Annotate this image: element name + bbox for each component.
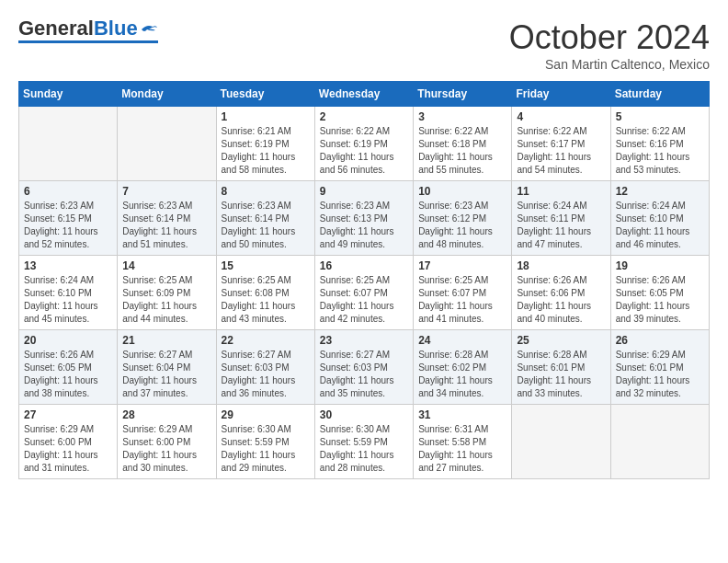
day-number: 4 xyxy=(517,110,605,123)
day-info: Sunrise: 6:23 AM Sunset: 6:13 PM Dayligh… xyxy=(320,200,408,251)
calendar-cell: 16Sunrise: 6:25 AM Sunset: 6:07 PM Dayli… xyxy=(314,256,413,330)
day-number: 15 xyxy=(222,259,310,272)
day-number: 25 xyxy=(517,334,605,347)
calendar-table: SundayMondayTuesdayWednesdayThursdayFrid… xyxy=(18,81,710,479)
calendar-cell xyxy=(610,405,709,479)
day-number: 10 xyxy=(418,185,506,198)
day-number: 18 xyxy=(517,259,605,272)
calendar-week-row: 13Sunrise: 6:24 AM Sunset: 6:10 PM Dayli… xyxy=(19,256,710,330)
day-info: Sunrise: 6:29 AM Sunset: 6:00 PM Dayligh… xyxy=(122,423,210,475)
day-info: Sunrise: 6:27 AM Sunset: 6:04 PM Dayligh… xyxy=(122,349,210,400)
day-info: Sunrise: 6:22 AM Sunset: 6:17 PM Dayligh… xyxy=(517,125,605,177)
calendar-cell: 9Sunrise: 6:23 AM Sunset: 6:13 PM Daylig… xyxy=(314,181,413,256)
day-info: Sunrise: 6:23 AM Sunset: 6:14 PM Dayligh… xyxy=(222,200,310,251)
page-header: GeneralBlue October 2024 San Martin Calt… xyxy=(18,18,710,72)
calendar-cell: 26Sunrise: 6:29 AM Sunset: 6:01 PM Dayli… xyxy=(610,330,709,405)
day-number: 6 xyxy=(24,185,112,198)
day-number: 21 xyxy=(122,334,210,347)
day-number: 30 xyxy=(320,408,408,421)
calendar-week-row: 20Sunrise: 6:26 AM Sunset: 6:05 PM Dayli… xyxy=(19,330,710,405)
calendar-week-row: 1Sunrise: 6:21 AM Sunset: 6:19 PM Daylig… xyxy=(19,107,710,181)
calendar-cell xyxy=(512,405,610,479)
day-info: Sunrise: 6:23 AM Sunset: 6:14 PM Dayligh… xyxy=(122,200,210,251)
logo-text: GeneralBlue xyxy=(18,18,138,39)
day-info: Sunrise: 6:29 AM Sunset: 6:01 PM Dayligh… xyxy=(616,349,704,400)
day-number: 22 xyxy=(222,334,310,347)
title-section: October 2024 San Martin Caltenco, Mexico xyxy=(509,18,710,72)
day-number: 1 xyxy=(222,110,310,123)
calendar-week-row: 6Sunrise: 6:23 AM Sunset: 6:15 PM Daylig… xyxy=(19,181,710,256)
calendar-cell: 11Sunrise: 6:24 AM Sunset: 6:11 PM Dayli… xyxy=(512,181,610,256)
calendar-cell: 29Sunrise: 6:30 AM Sunset: 5:59 PM Dayli… xyxy=(216,405,314,479)
calendar-cell: 23Sunrise: 6:27 AM Sunset: 6:03 PM Dayli… xyxy=(314,330,413,405)
column-header-sunday: Sunday xyxy=(19,82,118,107)
day-number: 7 xyxy=(122,185,210,198)
column-header-tuesday: Tuesday xyxy=(216,82,314,107)
calendar-header-row: SundayMondayTuesdayWednesdayThursdayFrid… xyxy=(19,82,710,107)
day-number: 2 xyxy=(320,110,408,123)
day-number: 3 xyxy=(418,110,506,123)
calendar-cell: 14Sunrise: 6:25 AM Sunset: 6:09 PM Dayli… xyxy=(118,256,216,330)
logo-blue: Blue xyxy=(94,17,138,40)
day-info: Sunrise: 6:25 AM Sunset: 6:07 PM Dayligh… xyxy=(320,274,408,326)
day-info: Sunrise: 6:27 AM Sunset: 6:03 PM Dayligh… xyxy=(222,349,310,400)
calendar-cell: 19Sunrise: 6:26 AM Sunset: 6:05 PM Dayli… xyxy=(610,256,709,330)
day-number: 11 xyxy=(517,185,605,198)
calendar-cell: 31Sunrise: 6:31 AM Sunset: 5:58 PM Dayli… xyxy=(414,405,512,479)
day-info: Sunrise: 6:25 AM Sunset: 6:09 PM Dayligh… xyxy=(122,274,210,326)
day-info: Sunrise: 6:25 AM Sunset: 6:08 PM Dayligh… xyxy=(222,274,310,326)
logo-general: General xyxy=(18,17,94,40)
calendar-cell: 20Sunrise: 6:26 AM Sunset: 6:05 PM Dayli… xyxy=(19,330,118,405)
calendar-cell: 6Sunrise: 6:23 AM Sunset: 6:15 PM Daylig… xyxy=(19,181,118,256)
day-info: Sunrise: 6:31 AM Sunset: 5:58 PM Dayligh… xyxy=(418,423,506,475)
column-header-thursday: Thursday xyxy=(414,82,512,107)
calendar-cell: 7Sunrise: 6:23 AM Sunset: 6:14 PM Daylig… xyxy=(118,181,216,256)
day-number: 24 xyxy=(418,334,506,347)
day-number: 8 xyxy=(222,185,310,198)
day-info: Sunrise: 6:26 AM Sunset: 6:05 PM Dayligh… xyxy=(24,349,112,400)
calendar-cell: 18Sunrise: 6:26 AM Sunset: 6:06 PM Dayli… xyxy=(512,256,610,330)
day-number: 23 xyxy=(320,334,408,347)
day-info: Sunrise: 6:29 AM Sunset: 6:00 PM Dayligh… xyxy=(24,423,112,475)
column-header-monday: Monday xyxy=(118,82,216,107)
day-info: Sunrise: 6:24 AM Sunset: 6:11 PM Dayligh… xyxy=(517,200,605,251)
day-number: 26 xyxy=(616,334,704,347)
day-info: Sunrise: 6:24 AM Sunset: 6:10 PM Dayligh… xyxy=(616,200,704,251)
calendar-cell: 22Sunrise: 6:27 AM Sunset: 6:03 PM Dayli… xyxy=(216,330,314,405)
calendar-cell: 10Sunrise: 6:23 AM Sunset: 6:12 PM Dayli… xyxy=(414,181,512,256)
logo: GeneralBlue xyxy=(18,18,158,43)
logo-underline xyxy=(18,40,158,43)
day-info: Sunrise: 6:23 AM Sunset: 6:12 PM Dayligh… xyxy=(418,200,506,251)
location-title: San Martin Caltenco, Mexico xyxy=(509,57,710,72)
calendar-cell: 21Sunrise: 6:27 AM Sunset: 6:04 PM Dayli… xyxy=(118,330,216,405)
calendar-cell: 15Sunrise: 6:25 AM Sunset: 6:08 PM Dayli… xyxy=(216,256,314,330)
day-info: Sunrise: 6:22 AM Sunset: 6:16 PM Dayligh… xyxy=(616,125,704,177)
day-number: 9 xyxy=(320,185,408,198)
day-info: Sunrise: 6:22 AM Sunset: 6:18 PM Dayligh… xyxy=(418,125,506,177)
day-number: 12 xyxy=(616,185,704,198)
day-info: Sunrise: 6:21 AM Sunset: 6:19 PM Dayligh… xyxy=(222,125,310,177)
day-info: Sunrise: 6:25 AM Sunset: 6:07 PM Dayligh… xyxy=(418,274,506,326)
day-number: 31 xyxy=(418,408,506,421)
calendar-cell: 28Sunrise: 6:29 AM Sunset: 6:00 PM Dayli… xyxy=(118,405,216,479)
day-number: 16 xyxy=(320,259,408,272)
calendar-cell: 27Sunrise: 6:29 AM Sunset: 6:00 PM Dayli… xyxy=(19,405,118,479)
logo-bird-icon xyxy=(140,22,158,35)
day-info: Sunrise: 6:28 AM Sunset: 6:02 PM Dayligh… xyxy=(418,349,506,400)
day-info: Sunrise: 6:28 AM Sunset: 6:01 PM Dayligh… xyxy=(517,349,605,400)
calendar-cell xyxy=(118,107,216,181)
day-number: 5 xyxy=(616,110,704,123)
calendar-cell: 4Sunrise: 6:22 AM Sunset: 6:17 PM Daylig… xyxy=(512,107,610,181)
calendar-cell: 13Sunrise: 6:24 AM Sunset: 6:10 PM Dayli… xyxy=(19,256,118,330)
calendar-week-row: 27Sunrise: 6:29 AM Sunset: 6:00 PM Dayli… xyxy=(19,405,710,479)
column-header-wednesday: Wednesday xyxy=(314,82,413,107)
calendar-cell: 8Sunrise: 6:23 AM Sunset: 6:14 PM Daylig… xyxy=(216,181,314,256)
calendar-cell: 3Sunrise: 6:22 AM Sunset: 6:18 PM Daylig… xyxy=(414,107,512,181)
month-title: October 2024 xyxy=(509,18,710,57)
day-number: 19 xyxy=(616,259,704,272)
calendar-cell: 5Sunrise: 6:22 AM Sunset: 6:16 PM Daylig… xyxy=(610,107,709,181)
day-info: Sunrise: 6:30 AM Sunset: 5:59 PM Dayligh… xyxy=(320,423,408,475)
day-info: Sunrise: 6:24 AM Sunset: 6:10 PM Dayligh… xyxy=(24,274,112,326)
day-number: 13 xyxy=(24,259,112,272)
day-info: Sunrise: 6:22 AM Sunset: 6:19 PM Dayligh… xyxy=(320,125,408,177)
